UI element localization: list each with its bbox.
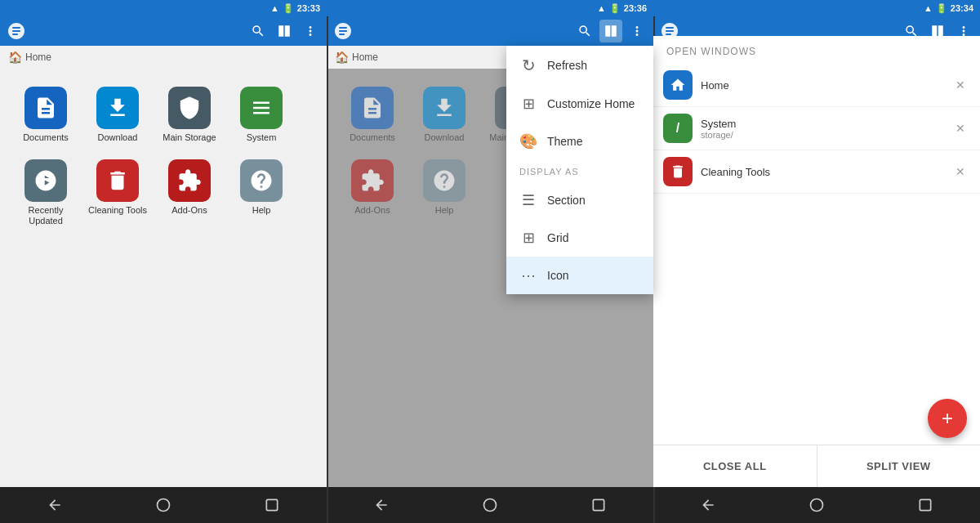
icon-main-storage-1[interactable]: Main Storage [157,82,222,148]
documents-label-2: Documents [350,132,395,143]
icon-cleaning-tools-1[interactable]: Cleaning Tools [85,154,150,231]
icon-recently-updated-1[interactable]: Recently Updated [13,154,78,231]
addons-label-2: Add-Ons [354,205,390,216]
main-storage-icon-1 [168,87,211,129]
split-view-button[interactable]: SPLIT VIEW [817,445,981,487]
ow-system-icon: / [663,114,693,143]
dropdown-section[interactable]: ☰ Section [506,181,653,219]
close-all-label: CLOSE ALL [703,460,767,472]
ow-item-home[interactable]: Home ✕ [653,64,980,107]
search-button-2[interactable] [573,20,596,42]
ow-cleaning-info: Cleaning Tools [701,166,942,178]
system-label-1: System [247,132,277,143]
icon-view-icon: ⋯ [519,266,537,284]
status-icons-3: ▲ 🔋 [924,3,947,14]
svg-rect-5 [920,499,931,510]
open-windows-header: OPEN WINDOWS [653,36,980,64]
customize-home-label: Customize Home [547,97,635,110]
bottom-nav-2 [327,487,653,523]
dropdown-theme[interactable]: 🎨 Theme [506,123,653,160]
recent-button-2[interactable] [584,490,613,520]
svg-point-0 [157,499,169,512]
dropdown-customize-home[interactable]: ⊞ Customize Home [506,85,653,123]
recently-updated-icon-1 [24,159,67,202]
addons-label-1: Add-Ons [172,205,207,216]
svg-point-2 [483,499,496,512]
search-button-1[interactable] [247,20,270,42]
ow-system-symbol: / [676,121,679,136]
home-icon-bc1: 🏠 [8,51,22,64]
ow-fab-button[interactable]: + [928,399,967,438]
download-label-1: Download [98,132,138,143]
dropdown-grid[interactable]: ⊞ Grid [506,219,653,257]
home-button-1[interactable] [149,490,178,520]
ow-home-info: Home [701,79,942,92]
more-button-1[interactable] [299,20,322,42]
top-bar-2 [327,16,653,46]
cleaning-tools-icon-1 [96,159,139,202]
dropdown-refresh[interactable]: ↻ Refresh [506,46,653,85]
split-button-1[interactable] [273,20,296,42]
help-icon-1 [240,159,283,202]
grid-icon: ⊞ [519,229,537,247]
system-icon-1 [240,87,283,129]
dropdown-icon-view[interactable]: ⋯ Icon [506,257,653,294]
breadcrumb-label-1: Home [25,51,51,63]
icon-system-1[interactable]: System [229,82,294,148]
recently-updated-label-1: Recently Updated [16,205,75,226]
app-logo-2[interactable] [332,20,354,42]
open-windows-panel: OPEN WINDOWS Home ✕ / System storage/ ✕ … [653,36,980,487]
ow-item-system[interactable]: / System storage/ ✕ [653,107,980,150]
ow-system-info: System storage/ [701,118,942,140]
svg-point-4 [810,499,822,512]
ow-system-title: System [701,118,942,130]
bottom-nav-3 [653,487,980,523]
refresh-icon: ↻ [519,56,537,75]
icon-documents-2[interactable]: Documents [340,82,405,148]
icon-download-2[interactable]: Download [412,82,477,148]
icon-help-1[interactable]: Help [229,154,294,231]
icon-download-1[interactable]: Download [85,82,150,148]
main-storage-label-1: Main Storage [163,132,216,143]
icon-documents-1[interactable]: Documents [13,82,78,148]
back-button-3[interactable] [693,490,723,520]
addons-icon-1 [168,159,211,202]
download-icon-1 [96,87,139,129]
split-button-2[interactable] [599,20,622,42]
home-button-2[interactable] [475,490,505,520]
ow-home-close[interactable]: ✕ [951,75,970,95]
battery-icon-3: 🔋 [936,3,947,14]
ow-system-sub: storage/ [701,130,942,140]
home-button-3[interactable] [802,490,831,520]
recent-button-1[interactable] [257,490,287,520]
status-time-3: 23:34 [951,3,973,13]
recent-button-3[interactable] [911,490,940,520]
icon-addons-1[interactable]: Add-Ons [157,154,222,231]
icon-addons-2[interactable]: Add-Ons [340,154,405,221]
breadcrumb-1: 🏠 Home [0,46,327,69]
wifi-icon-2: ▲ [597,3,606,13]
divider-1-2 [327,0,328,523]
wifi-icon-3: ▲ [924,3,933,13]
back-button-2[interactable] [367,490,396,520]
documents-icon-2 [351,87,394,129]
battery-icon-1: 🔋 [283,3,294,14]
ow-system-close[interactable]: ✕ [951,118,970,138]
documents-icon-1 [24,87,67,129]
more-button-2[interactable] [626,20,648,42]
ow-actions: CLOSE ALL SPLIT VIEW [653,445,980,487]
refresh-label: Refresh [547,59,587,72]
status-time-2: 23:36 [624,3,647,13]
top-bar-1 [0,16,327,46]
ow-item-cleaning[interactable]: Cleaning Tools ✕ [653,150,980,194]
close-all-button[interactable]: CLOSE ALL [653,445,817,487]
app-logo-1[interactable] [5,20,28,42]
download-label-2: Download [425,132,465,143]
fab-label: + [942,407,953,430]
grid-label: Grid [547,231,568,244]
back-button-1[interactable] [40,490,69,520]
ow-cleaning-close[interactable]: ✕ [951,162,970,181]
icon-help-2[interactable]: Help [412,154,477,221]
bottom-nav-1 [0,487,327,523]
help-label-2: Help [435,205,454,216]
